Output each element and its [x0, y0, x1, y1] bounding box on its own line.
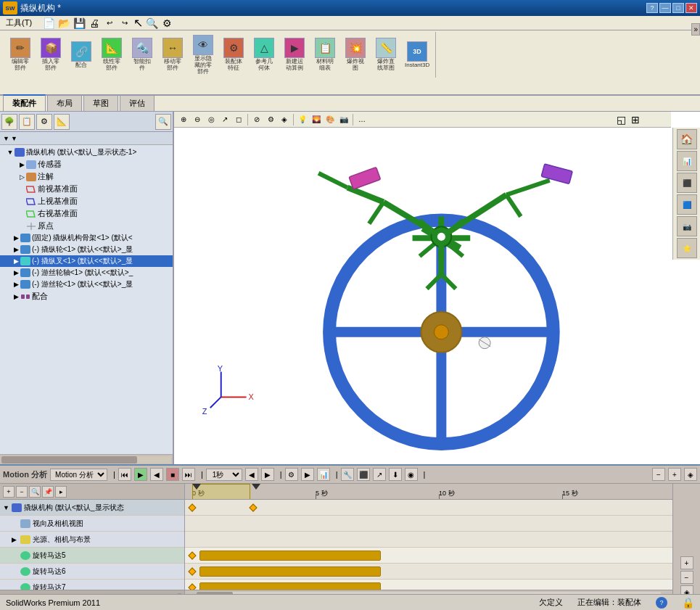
motion-tree-motor7[interactable]: 旋转马达7: [0, 580, 184, 590]
zoom-in-btn[interactable]: ⊕: [177, 113, 190, 126]
display-mode-btn[interactable]: ◈: [278, 113, 291, 126]
display-style-btn[interactable]: ⬛: [677, 173, 697, 193]
time-down-btn[interactable]: ◀: [245, 468, 258, 481]
minimize-button[interactable]: —: [659, 3, 671, 13]
zoom-out-btn[interactable]: ⊖: [191, 113, 204, 126]
dim-expert-btn[interactable]: 📐: [54, 114, 70, 130]
view-settings-btn[interactable]: ⚙: [264, 113, 277, 126]
tree-hairspring-expand[interactable]: ▶: [12, 281, 20, 288]
zoom-sheet-btn[interactable]: 📊: [677, 151, 697, 171]
search-btn[interactable]: 🔍: [145, 17, 158, 30]
toolbar-insert-part[interactable]: 📦 插入零部件: [36, 36, 65, 73]
feature-manager-btn[interactable]: 🌳: [1, 114, 17, 130]
motion-filter-btn[interactable]: 🔍: [29, 486, 41, 498]
motion-tree-motor5[interactable]: 旋转马达5: [0, 548, 184, 564]
toolbar-explode-line[interactable]: 📏 爆炸直线草图: [371, 36, 400, 73]
motion-contact-btn[interactable]: ◉: [405, 468, 418, 481]
motion-damper-btn[interactable]: ⬛: [357, 468, 370, 481]
tree-root-expand[interactable]: ▼: [6, 149, 15, 156]
toolbar-smart-fastener[interactable]: 🔩 智能扣件: [128, 36, 157, 73]
motion-settings-btn[interactable]: ⚙: [285, 468, 298, 481]
realview-btn[interactable]: ⭐: [677, 238, 697, 258]
tree-skeleton-expand[interactable]: ▶: [12, 234, 20, 242]
toolbar-mate[interactable]: 🔗 配合: [67, 40, 96, 70]
config-manager-btn[interactable]: ⚙: [36, 114, 52, 130]
zoom-fit-btn[interactable]: ◎: [205, 113, 218, 126]
motion-zoom-minus-btn[interactable]: −: [652, 468, 665, 481]
toolbar-explode[interactable]: 💥 爆炸视图: [341, 36, 370, 73]
left-panel-scrollbar-h[interactable]: [0, 454, 173, 464]
motion-more-btn[interactable]: ▸: [55, 486, 67, 498]
section-view-btn[interactable]: ⊘: [250, 113, 263, 126]
quick-print[interactable]: 🖨: [88, 17, 101, 30]
help-button[interactable]: ?: [646, 3, 658, 13]
toolbar-instant3d[interactable]: 3D Instant3D: [402, 40, 432, 70]
lock-icon[interactable]: 🔒: [682, 597, 694, 609]
tree-origin[interactable]: 原点: [0, 220, 173, 232]
tree-right-plane[interactable]: 右视基准面: [0, 207, 173, 220]
view-toggle-btn[interactable]: ◱: [614, 113, 627, 126]
tree-front-plane[interactable]: 前视基准面: [0, 183, 173, 195]
toolbar-show-hide[interactable]: 👁 显示隐藏的零部件: [189, 33, 218, 76]
motion-zoom-plus-btn[interactable]: +: [668, 468, 681, 481]
toolbar-ref-geom[interactable]: △ 参考几何体: [250, 36, 279, 73]
options-btn[interactable]: ⚙: [160, 17, 173, 30]
tree-mates[interactable]: ▶ 配合: [0, 290, 173, 302]
motion-gravity-btn[interactable]: ⬇: [389, 468, 402, 481]
motion-pin-btn[interactable]: 📌: [42, 486, 54, 498]
motion-play-btn[interactable]: ▶: [134, 468, 147, 481]
motion-collapse-btn[interactable]: −: [16, 486, 28, 498]
tree-mates-expand[interactable]: ▶: [12, 293, 20, 300]
appearance-btn[interactable]: 🎨: [324, 113, 337, 126]
motion-expand-btn[interactable]: +: [3, 486, 15, 498]
tab-assembly[interactable]: 装配件: [3, 94, 46, 111]
tab-sketch[interactable]: 草图: [83, 95, 118, 111]
section-cut-btn[interactable]: 🟦: [677, 194, 697, 215]
redo-btn[interactable]: ↪: [118, 17, 131, 30]
motion-rewind-btn[interactable]: ⏮: [118, 468, 131, 481]
tree-annotations-expand[interactable]: ▷: [17, 173, 26, 181]
motion-calc-btn[interactable]: ▶: [301, 468, 314, 481]
view-orient-btn[interactable]: ◻: [232, 113, 245, 126]
motion-fit-btn[interactable]: ◈: [684, 468, 697, 481]
tree-wheel[interactable]: ▶ (-) 撬纵轮<1> (默认<<默认>_显: [0, 244, 173, 255]
quick-open[interactable]: 📂: [57, 17, 70, 30]
motion-forward-btn[interactable]: ⏭: [182, 468, 195, 481]
quick-new[interactable]: 📄: [42, 17, 55, 30]
tl-zoom-out-btn[interactable]: −: [680, 571, 693, 584]
motion-tree-root[interactable]: ▼ 撬纵机构 (默认<默认_显示状态: [0, 500, 184, 516]
property-manager-btn[interactable]: 📋: [19, 114, 35, 130]
motion-type-dropdown[interactable]: Motion 分析: [50, 469, 107, 481]
tree-hairspring[interactable]: ▶ (-) 游丝轮<1> (默认<<默认>_显: [0, 279, 173, 290]
toolbar-edit-part[interactable]: ✏ 编辑零部件: [6, 36, 35, 73]
toolbar-expand[interactable]: »: [691, 23, 700, 36]
time-up-btn[interactable]: ▶: [261, 468, 274, 481]
tree-balance-expand[interactable]: ▶: [12, 269, 20, 276]
tree-wheel-expand[interactable]: ▶: [12, 246, 20, 253]
motion-tree-camera[interactable]: 视向及相机视图: [0, 516, 184, 532]
camera-btn[interactable]: 📷: [677, 216, 697, 236]
tree-fork-expand[interactable]: ▶: [12, 257, 20, 265]
motion-tree-lights[interactable]: ▶ 光源、相机与布景: [0, 532, 184, 548]
tree-root[interactable]: ▼ 撬纵机构 (默认<默认_显示状态-1>: [0, 147, 173, 158]
tl-zoom-in-btn[interactable]: +: [680, 556, 693, 569]
toolbar-bom[interactable]: 📋 材料明细表: [310, 36, 339, 73]
motion-spring-btn[interactable]: 🔧: [341, 468, 354, 481]
tree-sensor[interactable]: ▶ 传感器: [0, 158, 173, 170]
tree-skeleton[interactable]: ▶ (固定) 撬纵机构骨架<1> (默认<: [0, 232, 173, 244]
search-tree-btn[interactable]: 🔍: [155, 114, 171, 130]
tree-sensor-expand[interactable]: ▶: [17, 161, 26, 168]
tree-annotations[interactable]: ▷ 注解: [0, 170, 173, 183]
tab-layout[interactable]: 布局: [47, 95, 82, 111]
motion-stop-btn[interactable]: ■: [166, 468, 179, 481]
toolbar-linear[interactable]: 📐 线性零部件: [97, 36, 126, 73]
motion-force-btn[interactable]: ↗: [373, 468, 386, 481]
toolbar-assy-feature[interactable]: ⚙ 装配体特征: [219, 36, 248, 73]
zoom-area-btn[interactable]: ↗: [218, 113, 231, 126]
rt-preview-btn[interactable]: 📷: [337, 113, 350, 126]
toolbar-move-part[interactable]: ↔ 移动零部件: [158, 36, 187, 73]
timeline-bar-motor5[interactable]: [199, 551, 381, 561]
maximize-button[interactable]: □: [672, 3, 684, 13]
lighting-btn[interactable]: 💡: [296, 113, 309, 126]
view-split-btn[interactable]: ⊞: [629, 113, 642, 126]
